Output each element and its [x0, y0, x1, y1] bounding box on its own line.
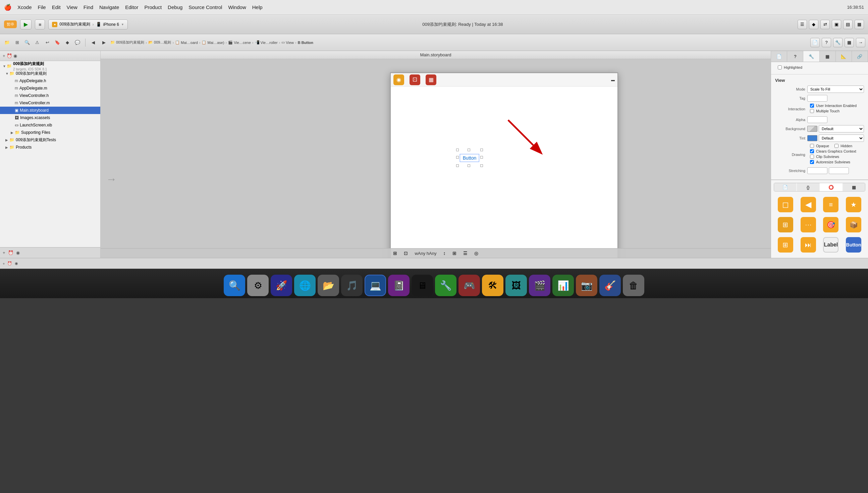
tree-appdelegate-m[interactable]: m AppDelegate.m — [0, 85, 100, 92]
dock-finder[interactable]: 🔍 — [224, 275, 245, 296]
folder-icon[interactable]: 📁 — [3, 38, 12, 47]
attributes-tab[interactable]: ▦ — [820, 51, 836, 62]
clock-status-icon[interactable]: ⏰ — [7, 261, 12, 265]
menu-navigate[interactable]: Navigate — [99, 4, 119, 10]
obj-tab-4[interactable]: ▦ — [843, 183, 865, 191]
clip-subviews-checkbox[interactable] — [810, 155, 814, 158]
tint-swatch[interactable] — [807, 135, 817, 141]
autoresize-checkbox[interactable] — [810, 160, 814, 164]
layout-btn2[interactable]: ▤ — [843, 20, 852, 29]
menu-find[interactable]: Find — [84, 4, 93, 10]
tree-tests-group[interactable]: ▶ 📁 009添加约束规则Tests — [0, 136, 100, 144]
tree-images[interactable]: 🖼 Images.xcassets — [0, 114, 100, 122]
nav-right-5[interactable]: → — [856, 38, 865, 47]
help-icon[interactable]: ? — [822, 38, 831, 47]
stretching-y[interactable]: 0 — [829, 167, 849, 174]
sb-icon-1[interactable]: ◉ — [393, 74, 404, 85]
pause-button[interactable]: 暂停 — [4, 20, 17, 28]
dock-music[interactable]: 🎵 — [341, 275, 363, 296]
dock-iphoto[interactable]: 🎬 — [529, 275, 550, 296]
menu-source-control[interactable]: Source Control — [189, 4, 222, 10]
background-select[interactable]: Default — [819, 125, 864, 132]
stretching-x[interactable]: 0 — [807, 167, 827, 174]
tree-root[interactable]: ▼ 📁 009添加约束规则 2 targets, iOS SDK 8.1 — [0, 62, 100, 70]
layout-btn1[interactable]: ▣ — [832, 20, 841, 29]
log-icon[interactable]: 💬 — [73, 38, 82, 47]
bookmark-icon[interactable]: 🔖 — [53, 38, 62, 47]
identity-tab[interactable]: 🔧 — [803, 51, 819, 62]
device-selector[interactable]: ● 009添加约束规则 › 📱 iPhone 6 ▼ — [48, 19, 127, 29]
dock-terminal[interactable]: 🖥 — [412, 275, 433, 296]
size-tab[interactable]: 📐 — [836, 51, 852, 62]
vcs-icon[interactable]: ↩ — [43, 38, 52, 47]
tint-select[interactable]: Default — [819, 134, 864, 142]
list-icon[interactable]: ☰ — [463, 251, 468, 256]
inspector-icon[interactable]: 🔧 — [833, 38, 843, 47]
tag-input[interactable]: 0 — [807, 95, 827, 102]
file-inspector-icon[interactable]: 📄 — [810, 38, 820, 47]
opaque-checkbox[interactable] — [810, 144, 814, 148]
tree-appdelegate-h[interactable]: m AppDelegate.h — [0, 77, 100, 85]
obj-item-1[interactable]: ◻ — [775, 195, 796, 214]
obj-tab-1[interactable]: 📄 — [774, 183, 796, 191]
dock-vlc[interactable]: 🛠 — [482, 275, 503, 296]
breadcrumb-controller[interactable]: 📲 Vie…roller — [255, 40, 278, 45]
obj-item-label[interactable]: Label — [821, 236, 842, 254]
tree-viewcontroller-m[interactable]: m ViewController.m — [0, 99, 100, 107]
constraint-icon[interactable]: ◎ — [474, 251, 478, 256]
breakpoints-btn[interactable]: ◆ — [809, 20, 818, 29]
layout-icon-3[interactable]: ↕ — [443, 251, 446, 256]
layout-icon-2[interactable]: ⊡ — [404, 251, 408, 256]
menu-edit[interactable]: Edit — [52, 4, 61, 10]
menu-help[interactable]: Help — [252, 4, 263, 10]
storyboard-canvas[interactable]: ◉ ⚀ ▦ ▬ — [101, 59, 771, 258]
breadcrumb-base[interactable]: 📋 Mai…ase) — [201, 40, 224, 45]
obj-item-button[interactable]: Button — [843, 236, 864, 254]
breadcrumb-button[interactable]: B Button — [298, 41, 313, 45]
obj-tab-2[interactable]: {} — [797, 183, 819, 191]
alpha-input[interactable]: 1 — [807, 116, 827, 123]
layout-icon-1[interactable]: ⊞ — [393, 251, 397, 256]
dock-sourcetree[interactable]: 🔧 — [435, 275, 456, 296]
tree-viewcontroller-h[interactable]: m ViewController.h — [0, 92, 100, 99]
search-nav-icon[interactable]: 🔍 — [23, 38, 31, 47]
obj-item-6[interactable]: ⋯ — [798, 216, 819, 234]
breakpoint-icon[interactable]: ◆ — [63, 38, 72, 47]
multiple-touch-checkbox[interactable] — [810, 109, 814, 113]
dock-onenote[interactable]: 📓 — [388, 275, 410, 296]
obj-item-4[interactable]: ★ — [843, 195, 864, 214]
tree-products-group[interactable]: ▶ 📁 Products — [0, 144, 100, 151]
tree-launchscreen[interactable]: ▭ LaunchScreen.xib — [0, 122, 100, 129]
clock-nav-btn[interactable]: ⏰ — [8, 250, 14, 255]
breadcrumb-scene[interactable]: 🎬 Vie…cene — [228, 40, 251, 45]
breadcrumb-group[interactable]: 📂 009…规则 — [148, 40, 171, 45]
file-inspector-tab[interactable]: 📄 — [771, 51, 787, 62]
nav-back[interactable]: ◀ — [89, 38, 97, 47]
recent-icon[interactable]: ⏰ — [7, 53, 12, 58]
obj-item-7[interactable]: 🎯 — [821, 216, 842, 234]
dock-preview[interactable]: 📷 — [576, 275, 597, 296]
dock-settings[interactable]: ⚙ — [247, 275, 269, 296]
button-label[interactable]: Button — [460, 154, 479, 162]
menu-file[interactable]: File — [38, 4, 46, 10]
apple-menu[interactable]: 🍎 — [4, 4, 12, 11]
object-lib-icon[interactable]: ▦ — [845, 38, 854, 47]
menu-view[interactable]: View — [67, 4, 78, 10]
dock-launchpad[interactable]: 🚀 — [271, 275, 292, 296]
dock-numbers[interactable]: 📊 — [552, 275, 574, 296]
back-fwd-btn[interactable]: ⇄ — [820, 20, 830, 29]
menu-debug[interactable]: Debug — [168, 4, 182, 10]
hidden-checkbox[interactable] — [834, 144, 839, 148]
quick-help-tab[interactable]: ? — [787, 51, 803, 62]
mode-select[interactable]: Scale To Fill — [807, 86, 864, 93]
menu-product[interactable]: Product — [144, 4, 162, 10]
obj-item-8[interactable]: 📦 — [843, 216, 864, 234]
connections-tab[interactable]: 🔗 — [852, 51, 868, 62]
dock-garage[interactable]: 🎸 — [599, 275, 621, 296]
layout-icon-4[interactable]: ⊞ — [452, 251, 456, 256]
warning-icon[interactable]: ⚠ — [33, 38, 42, 47]
add-file-icon[interactable]: + — [3, 53, 5, 58]
button-selection-container[interactable]: Button — [456, 149, 483, 167]
add-status-btn[interactable]: + — [3, 262, 5, 265]
user-interaction-checkbox[interactable] — [810, 104, 814, 108]
